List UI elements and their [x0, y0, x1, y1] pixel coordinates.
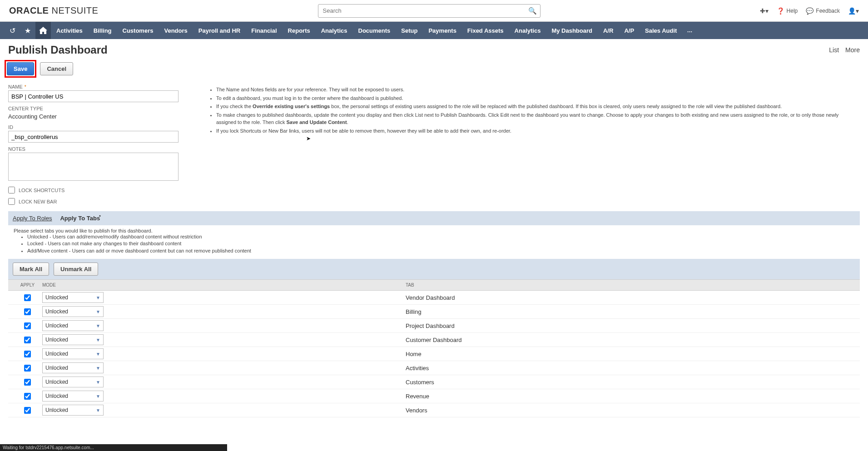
- nav-documents[interactable]: Documents: [353, 22, 396, 39]
- nav-sales-audit[interactable]: Sales Audit: [640, 22, 682, 39]
- col-apply-header: APPLY: [13, 282, 42, 287]
- feedback-link[interactable]: 💬Feedback: [806, 7, 840, 15]
- tabstrip: Apply To Roles Apply To Tabs•: [8, 211, 860, 225]
- tab-desc-item: Unlocked - Users can add/remove/modify d…: [27, 233, 854, 240]
- lock-newbar-label: LOCK NEW BAR: [19, 199, 57, 204]
- table-row: Unlocked▼Vendors: [8, 403, 860, 417]
- tabs-wrap: Apply To Roles Apply To Tabs• Please sel…: [8, 211, 860, 417]
- search-input[interactable]: [318, 4, 541, 18]
- nav-payments[interactable]: Payments: [423, 22, 461, 39]
- table-row: Unlocked▼Vendor Dashboard: [8, 291, 860, 305]
- notes-label: NOTES: [8, 146, 190, 152]
- apply-checkbox[interactable]: [24, 393, 31, 400]
- search-wrap: 🔍: [98, 4, 759, 18]
- mode-select[interactable]: Unlocked▼: [42, 362, 104, 373]
- mode-select[interactable]: Unlocked▼: [42, 377, 104, 387]
- recent-icon[interactable]: ↺: [5, 22, 20, 39]
- nav-fixed-assets[interactable]: Fixed Assets: [462, 22, 509, 39]
- nav-a-r[interactable]: A/R: [598, 22, 619, 39]
- table-row: Unlocked▼Billing: [8, 305, 860, 319]
- name-field: NAME*: [8, 84, 190, 102]
- help-link[interactable]: ❓Help: [777, 7, 798, 15]
- info-item: If you check the Override existing user'…: [216, 103, 860, 110]
- lock-shortcuts-label: LOCK SHORTCUTS: [19, 188, 64, 193]
- tab-desc-item: Locked - Users can not make any changes …: [27, 240, 854, 247]
- apply-checkbox[interactable]: [24, 365, 31, 372]
- table-body: Unlocked▼Vendor DashboardUnlocked▼Billin…: [8, 291, 860, 417]
- apply-checkbox[interactable]: [24, 351, 31, 357]
- table-row: Unlocked▼Activities: [8, 361, 860, 375]
- lock-newbar-checkbox[interactable]: [8, 198, 15, 205]
- mode-select[interactable]: Unlocked▼: [42, 391, 104, 401]
- page-more-link[interactable]: More: [845, 46, 860, 54]
- page-list-link[interactable]: List: [829, 46, 839, 54]
- mode-value: Unlocked: [45, 407, 68, 413]
- tab-name: Project Dashboard: [406, 322, 855, 329]
- mode-select[interactable]: Unlocked▼: [42, 348, 104, 359]
- tab-name: Vendor Dashboard: [406, 294, 855, 301]
- mode-select[interactable]: Unlocked▼: [42, 292, 104, 303]
- navbar: ↺ ★ ActivitiesBillingCustomersVendorsPay…: [0, 22, 868, 39]
- favorites-icon[interactable]: ★: [20, 22, 35, 39]
- action-bar: Save Cancel: [0, 56, 868, 84]
- cancel-button[interactable]: Cancel: [40, 62, 73, 75]
- apply-checkbox[interactable]: [24, 294, 31, 301]
- chevron-down-icon: ▼: [96, 352, 100, 357]
- info-list: The Name and Notes fields are for your r…: [208, 86, 860, 134]
- mode-select[interactable]: Unlocked▼: [42, 405, 104, 416]
- lock-shortcuts-checkbox[interactable]: [8, 187, 15, 193]
- apply-checkbox[interactable]: [24, 379, 31, 386]
- form-right: The Name and Notes fields are for your r…: [208, 84, 860, 205]
- nav-setup[interactable]: Setup: [396, 22, 423, 39]
- tab-desc-item: Add/Move content - Users can add or move…: [27, 248, 854, 254]
- nav-a-p[interactable]: A/P: [619, 22, 640, 39]
- page-title: Publish Dashboard: [8, 44, 108, 56]
- mode-value: Unlocked: [45, 294, 68, 301]
- table-row: Unlocked▼Project Dashboard: [8, 319, 860, 333]
- nav-billing[interactable]: Billing: [88, 22, 117, 39]
- unmark-all-button[interactable]: Unmark All: [54, 263, 98, 276]
- mode-value: Unlocked: [45, 379, 68, 385]
- nav-reports[interactable]: Reports: [283, 22, 316, 39]
- notes-input[interactable]: [8, 153, 179, 181]
- nav-payroll-and-hr[interactable]: Payroll and HR: [193, 22, 246, 39]
- mode-select[interactable]: Unlocked▼: [42, 334, 104, 345]
- tab-name: Billing: [406, 308, 855, 315]
- nav-more[interactable]: …: [682, 27, 697, 34]
- name-input[interactable]: [8, 90, 179, 102]
- apply-checkbox[interactable]: [24, 407, 31, 414]
- user-menu-icon[interactable]: 👤▾: [848, 7, 859, 15]
- search-icon[interactable]: 🔍: [528, 7, 537, 15]
- nav-customers[interactable]: Customers: [117, 22, 159, 39]
- lock-shortcuts-row: LOCK SHORTCUTS: [8, 187, 190, 193]
- info-item: If you lock Shortcuts or New Bar links, …: [216, 127, 860, 135]
- tab-dirty-dot: •: [99, 213, 101, 218]
- apply-checkbox[interactable]: [24, 337, 31, 343]
- mode-select[interactable]: Unlocked▼: [42, 320, 104, 331]
- nav-analytics[interactable]: Analytics: [316, 22, 353, 39]
- tab-apply-tabs[interactable]: Apply To Tabs•: [60, 215, 101, 222]
- mode-select[interactable]: Unlocked▼: [42, 306, 104, 317]
- nav-vendors[interactable]: Vendors: [159, 22, 193, 39]
- mark-all-button[interactable]: Mark All: [13, 263, 49, 276]
- apply-checkbox[interactable]: [24, 308, 31, 315]
- table-row: Unlocked▼Home: [8, 347, 860, 361]
- mode-value: Unlocked: [45, 365, 68, 371]
- apply-checkbox[interactable]: [24, 322, 31, 329]
- nav-analytics[interactable]: Analytics: [509, 22, 546, 39]
- nav-activities[interactable]: Activities: [51, 22, 88, 39]
- create-new-icon[interactable]: ✚▾: [760, 7, 769, 15]
- nav-financial[interactable]: Financial: [246, 22, 282, 39]
- nav-my-dashboard[interactable]: My Dashboard: [546, 22, 598, 39]
- mark-row: Mark All Unmark All: [8, 259, 860, 279]
- chevron-down-icon: ▼: [96, 380, 100, 385]
- home-icon[interactable]: [35, 22, 51, 39]
- table-row: Unlocked▼Customer Dashboard: [8, 333, 860, 347]
- col-mode-header: MODE: [42, 282, 406, 287]
- mode-value: Unlocked: [45, 337, 68, 343]
- page-header: Publish Dashboard List More: [0, 39, 868, 56]
- id-input[interactable]: [8, 131, 179, 143]
- tab-apply-roles[interactable]: Apply To Roles: [13, 215, 52, 222]
- tab-name: Home: [406, 351, 855, 357]
- save-button[interactable]: Save: [7, 62, 34, 75]
